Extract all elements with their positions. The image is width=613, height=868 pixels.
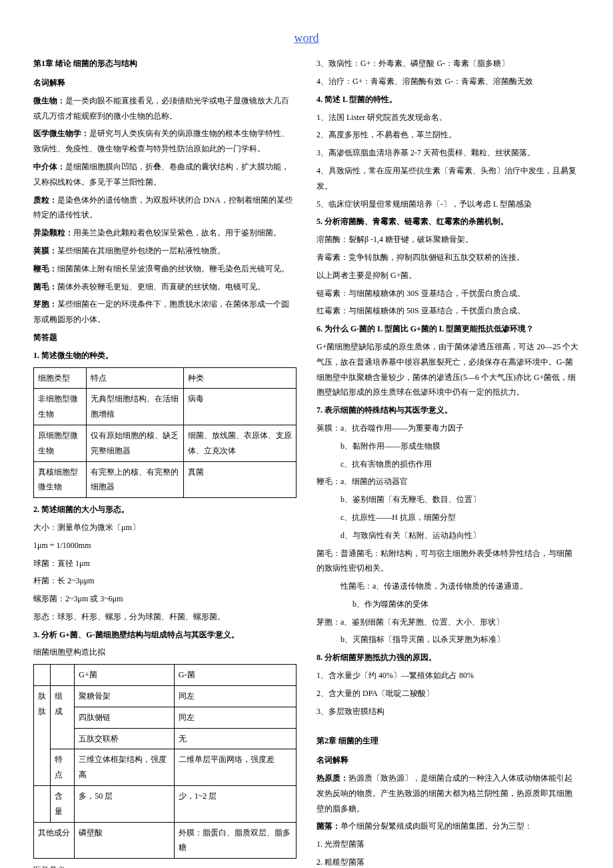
section-title-questions: 简答题 <box>33 330 297 345</box>
td: 无典型细胞结构、在活细胞增殖 <box>87 389 184 425</box>
body-line: b、作为噬菌体的受体 <box>316 597 580 612</box>
td: 外膜：脂蛋白、脂质双层、脂多糖 <box>174 822 296 859</box>
question-title: 3. 分析 G+菌、G-菌细胞壁结构与组成特点与其医学意义。 <box>33 627 297 643</box>
table-row: 其他成分磷壁酸外膜：脂蛋白、脂质双层、脂多糖 <box>34 822 297 859</box>
term-name: 菌毛： <box>33 282 57 291</box>
term-body: 某些细菌在一定的环境条件下，胞质脱水浓缩，在菌体形成一个圆形或椭圆形的小体。 <box>33 299 289 324</box>
table-row: 原细胞型微生物仅有原始细胞的核、缺乏完整细胞器细菌、放线菌、衣原体、支原体、立克… <box>34 425 297 461</box>
body-line: b、灭菌指标〔指导灭菌，以杀灭芽胞为标准〕 <box>316 632 580 647</box>
body-line: 5、临床症状明显但常规细菌培养〔-〕，予以考虑 L 型菌感染 <box>316 197 580 212</box>
struct-name: 荚膜： <box>316 423 340 433</box>
body-line: 青霉素：竞争转肽酶，抑制四肽侧链和五肽交联桥的连接。 <box>316 250 580 265</box>
term-name: 菌落： <box>316 821 340 831</box>
chapter-title: 第1章 绪论 细菌的形态与结构 <box>33 56 297 71</box>
td <box>34 665 51 686</box>
body-line: 菌毛：普通菌毛：粘附结构，可与宿主细胞外表受体特异性结合，与细菌的致病性密切相关… <box>316 546 580 577</box>
table-row: G+菌G-菌 <box>34 665 297 686</box>
td: 含量 <box>51 786 75 823</box>
body-line: 2、含大量的 DPA〔吡啶二羧酸〕 <box>316 686 580 701</box>
term-def: 质粒：是染色体外的遗传物质，为双股环状闭合 DNA，控制着细菌的某些特定的遗传性… <box>33 193 297 223</box>
body-line: 球菌：直径 1μm <box>33 556 297 571</box>
body-line: 大小：测量单位为微米〔μm〕 <box>33 520 297 535</box>
term-name: 异染颗粒： <box>33 228 73 237</box>
term-def: 中介体：是细菌细胞膜向凹陷，折叠、卷曲成的囊状结构，扩大膜功能，又称拟线粒体。多… <box>33 159 297 190</box>
struct-item: a、抗吞噬作用——为重要毒力因子 <box>340 423 464 433</box>
term-name: 芽胞： <box>33 299 57 309</box>
term-name: 微生物： <box>33 96 65 105</box>
td: 五肽交联桥 <box>75 728 175 749</box>
table-row: 肽肽组成聚糖骨架同左 <box>34 686 297 707</box>
question-title: 7. 表示细菌的特殊结构与其医学意义。 <box>316 403 580 418</box>
term-def: 微生物：是一类肉眼不能直接看见，必须借助光学或电子显微镜放大几百或几万倍才能观察… <box>33 93 297 124</box>
body-line: 芽胞：a、鉴别细菌〔有无芽胞、位置、大小、形状〕 <box>316 615 580 630</box>
body-line: 3、高渗低琼脂血清培养基 2-7 天荷包蛋样、颗粒、丝状菌落。 <box>316 145 580 161</box>
table-row: 真核细胞型微生物有完整上的核、有完整的细胞器真菌 <box>34 461 297 498</box>
body-line: 4、治疗：G+：青霉素、溶菌酶有效 G-：青霉素、溶菌酶无效 <box>316 74 580 89</box>
question-title: 2. 简述细菌的大小与形态。 <box>33 502 297 517</box>
body-line: 细菌细胞壁构造比拟 <box>33 645 297 660</box>
td: G+菌 <box>75 665 175 686</box>
term-def: 异染颗粒：用美兰染色此颗粒着色较深呈紫色，故名。用于鉴别细菌。 <box>33 225 297 241</box>
body-line: 2. 粗糙型菌落 <box>316 855 580 868</box>
right-column: 3、致病性：G+：外毒素、磷壁酸 G-：毒素〔脂多糖〕 4、治疗：G+：青霉素、… <box>316 56 580 868</box>
td: 二维单层平面网络，强度差 <box>174 749 296 786</box>
body-line: 1. 光滑型菌落 <box>316 837 580 852</box>
body-line: 螺形菌：2~3μm 或 3~6μm <box>33 591 297 607</box>
td: 特点 <box>51 749 75 786</box>
td: 病毒 <box>184 389 297 425</box>
th: 种类 <box>184 367 297 389</box>
term-name: 质粒： <box>33 195 57 205</box>
term-body: 是细菌细胞膜向凹陷，折叠、卷曲成的囊状结构，扩大膜功能，又称拟线粒体。多见于革兰… <box>33 162 289 187</box>
body-line: 3、多层致密膜结构 <box>316 704 580 719</box>
question-title: 4. 简述 L 型菌的特性。 <box>316 92 580 107</box>
td: 肽肽 <box>34 686 51 786</box>
body-line: 杆菌：长 2~3μμm <box>33 573 297 589</box>
body-line: 形态：球形、杆形、螺形，分为球菌、杆菌、螺形菌。 <box>33 609 297 625</box>
body-line: 链霉素：与细菌核糖体的 30S 亚基结合，干扰蛋白质合成。 <box>316 286 580 301</box>
term-def: 菌落：单个细菌分裂繁殖成肉眼可见的细菌集团。分为三型： <box>316 819 580 834</box>
chapter-title: 第2章 细菌的生理 <box>316 733 580 749</box>
content-columns: 第1章 绪论 细菌的形态与结构 名词解释 微生物：是一类肉眼不能直接看见，必须借… <box>33 56 580 868</box>
td: 其他成分 <box>34 822 75 859</box>
td: 组成 <box>51 686 75 749</box>
body-line: 3、致病性：G+：外毒素、磷壁酸 G-：毒素〔脂多糖〕 <box>316 56 580 71</box>
question-title: 5. 分析溶菌酶、青霉素、链霉素、红霉素的杀菌机制。 <box>316 214 580 229</box>
td: 有完整上的核、有完整的细胞器 <box>87 461 184 498</box>
td: 少，1~2 层 <box>174 786 296 823</box>
term-def: 医学微生物学：是研究与人类疾病有关的病原微生物的根本生物学特性、致病性、免疫性、… <box>33 126 297 157</box>
body-line: b、鉴别细菌〔有无鞭毛、数目、位置〕 <box>316 492 580 507</box>
body-line: 性菌毛：a、传递遗传物质，为遗传物质的传递通道。 <box>316 579 580 594</box>
page-header: word <box>33 27 580 49</box>
body-line: 溶菌酶：裂解β -1,4 糖苷键，破坏聚糖骨架。 <box>316 232 580 247</box>
term-def: 芽胞：某些细菌在一定的环境条件下，胞质脱水浓缩，在菌体形成一个圆形或椭圆形的小体… <box>33 297 297 327</box>
body-line: 医学意义： <box>33 863 297 868</box>
spacer <box>316 721 580 733</box>
term-name: 鞭毛： <box>33 264 57 273</box>
term-name: 医学微生物学： <box>33 129 89 138</box>
body-line: G+菌细胞壁缺陷形成的原生质体，由于菌体渗透压很高，可达 20—25 个大气压，… <box>316 339 580 400</box>
table-row: 特点三维立体框架结构，强度高二维单层平面网络，强度差 <box>34 749 297 786</box>
struct-item: a、细菌的运动器官 <box>340 477 408 486</box>
question-title: 6. 为什么 G-菌的 L 型菌比 G+菌的 L 型菌更能抵抗低渗环境？ <box>316 321 580 337</box>
left-column: 第1章 绪论 细菌的形态与结构 名词解释 微生物：是一类肉眼不能直接看见，必须借… <box>33 56 297 868</box>
microbe-types-table: 细胞类型特点种类 非细胞型微生物无典型细胞结构、在活细胞增殖病毒 原细胞型微生物… <box>33 367 297 499</box>
section-title-terms: 名词解释 <box>33 75 297 91</box>
td: 无 <box>174 728 296 749</box>
td: G-菌 <box>174 665 296 686</box>
td: 非细胞型微生物 <box>34 389 87 425</box>
table-row: 含量多，50 层少，1~2 层 <box>34 786 297 823</box>
term-body: 是一类肉眼不能直接看见，必须借助光学或电子显微镜放大几百或几万倍才能观察到的微小… <box>33 96 289 121</box>
term-def: 菌毛：菌体外表较鞭毛更短、更细、而直硬的丝状物。电镜可见。 <box>33 279 297 295</box>
body-line: 以上两者主要是抑制 G+菌。 <box>316 268 580 283</box>
td: 仅有原始细胞的核、缺乏完整细胞器 <box>87 425 184 461</box>
td: 三维立体框架结构，强度高 <box>75 749 175 786</box>
body-line: 2、高度多形性，不易着色，革兰阴性。 <box>316 127 580 143</box>
body-line: b、黏附作用——形成生物膜 <box>316 439 580 454</box>
body-line: 鞭毛：a、细菌的运动器官 <box>316 474 580 489</box>
term-def: 热原质：热源质〔致热源〕，是细菌合成的一种注入人体或动物体能引起发热反响的物质。… <box>316 771 580 816</box>
td: 聚糖骨架 <box>75 686 175 707</box>
td <box>51 665 75 686</box>
term-body: 细菌菌体上附有细长呈波浪弯曲的丝状物。鞭毛染色后光镜可见。 <box>57 264 289 273</box>
body-line: 1μm = 1/1000mm <box>33 538 297 553</box>
td <box>34 786 51 823</box>
